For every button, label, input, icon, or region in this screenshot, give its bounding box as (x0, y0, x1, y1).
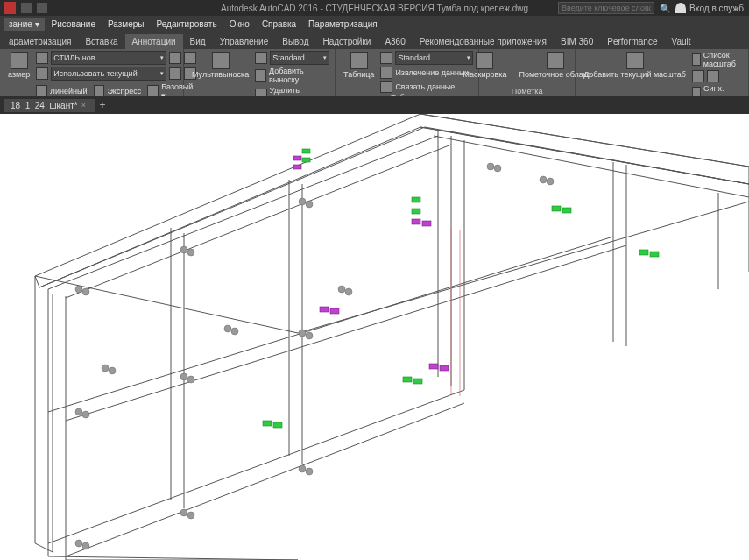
panel-markup: Маскировка Пометочное облако Пометка (479, 49, 576, 96)
linear-icon[interactable] (36, 85, 47, 96)
menu-item-3[interactable]: Редактировать (152, 18, 223, 31)
title-bar: Autodesk AutoCAD 2016 - СТУДЕНЧЕСКАЯ ВЕР… (0, 0, 749, 16)
leaderstyle-icon[interactable] (255, 52, 267, 64)
menu-item-1[interactable]: Рисование (46, 18, 101, 31)
search-icon[interactable]: 🔍 (660, 4, 670, 13)
tab-annotate[interactable]: Аннотации (125, 34, 183, 49)
dim-tool3-icon[interactable] (169, 67, 181, 80)
svg-rect-33 (562, 208, 571, 213)
menu-item-5[interactable]: Справка (257, 18, 301, 31)
tab-output[interactable]: Вывод (275, 34, 315, 49)
dim-tool1-icon[interactable] (169, 52, 181, 64)
express-icon[interactable] (94, 85, 105, 96)
use-current-combo[interactable]: Использовать текущий▾ (51, 67, 166, 81)
base-icon[interactable] (147, 85, 159, 96)
tab-bim360[interactable]: BIM 360 (554, 34, 600, 49)
dimension-button[interactable]: азмер (5, 51, 32, 80)
person-icon (675, 3, 686, 13)
leaderstyle-combo[interactable]: Standard▾ (270, 51, 329, 65)
svg-point-12 (299, 198, 306, 205)
svg-point-15 (306, 332, 313, 339)
dimstyle-icon[interactable] (36, 52, 48, 64)
svg-rect-38 (302, 149, 310, 153)
dimstyle-combo[interactable]: СТИЛЬ нов▾ (51, 51, 166, 65)
tab-perf[interactable]: Performance (600, 34, 664, 49)
link-data-button[interactable]: Связать данные (380, 81, 473, 93)
add-scale-icon (626, 52, 644, 69)
use-current-icon[interactable] (36, 67, 48, 80)
table-button[interactable]: Таблица (341, 51, 377, 80)
svg-rect-45 (440, 365, 449, 371)
sync-pos-button[interactable]: Синх. положени (692, 84, 743, 96)
svg-rect-39 (302, 158, 310, 162)
wipeout-icon (476, 52, 493, 69)
qat-open-icon[interactable] (37, 3, 47, 13)
add-scale-button[interactable]: Добавить текущий масштаб (581, 51, 689, 80)
svg-rect-30 (403, 377, 412, 382)
svg-rect-34 (639, 250, 648, 255)
svg-point-23 (345, 288, 352, 295)
multileader-button[interactable]: Мультивыноска (189, 51, 251, 80)
new-tab-button[interactable]: + (95, 98, 110, 112)
del-leader-button[interactable]: Удалить выноску (255, 86, 329, 96)
scale-list-button[interactable]: Список масштаб (692, 51, 743, 68)
signin-button[interactable]: Вход в служб (675, 3, 744, 13)
svg-point-1 (82, 288, 89, 295)
menu-item-4[interactable]: Окно (224, 18, 255, 31)
svg-rect-29 (273, 422, 282, 428)
svg-point-26 (540, 176, 547, 183)
svg-rect-31 (413, 379, 422, 384)
scale-list-icon (692, 53, 701, 66)
tab-manage[interactable]: Управление (213, 34, 276, 49)
svg-point-14 (299, 330, 306, 337)
tab-featured[interactable]: Рекомендованные приложения (413, 34, 554, 49)
express-label[interactable]: Экспресс (107, 87, 141, 96)
menu-item-2[interactable]: Размеры (102, 18, 150, 31)
sync-icon (692, 87, 701, 96)
svg-rect-32 (552, 206, 561, 211)
svg-rect-35 (650, 252, 659, 257)
document-tab-active[interactable]: 18_1_24_шкант* × (4, 99, 95, 112)
svg-rect-46 (412, 219, 420, 224)
tab-vault[interactable]: Vault (665, 34, 698, 49)
svg-point-8 (180, 373, 187, 380)
tab-addins[interactable]: Надстройки (316, 34, 378, 49)
svg-rect-37 (412, 209, 420, 214)
svg-rect-43 (330, 308, 339, 314)
svg-rect-41 (293, 165, 301, 169)
extract-data-button[interactable]: Извлечение данных (380, 67, 473, 79)
wipeout-button[interactable]: Маскировка (460, 51, 509, 80)
svg-point-3 (82, 411, 89, 418)
svg-rect-42 (320, 307, 329, 312)
panel-tables: Таблица Standard▾ Извлечение данных Связ… (336, 49, 479, 96)
ribbon: азмер СТИЛЬ нов▾ Использовать текущий▾ (0, 49, 749, 96)
svg-point-16 (299, 465, 306, 472)
svg-rect-47 (422, 221, 431, 226)
tab-a360[interactable]: A360 (378, 34, 412, 49)
search-input[interactable] (558, 2, 654, 14)
scale-aux2-icon[interactable] (707, 70, 719, 82)
tab-view[interactable]: Вид (183, 34, 213, 49)
svg-point-20 (224, 325, 231, 332)
menu-item-0[interactable]: зание ▾ (4, 18, 45, 31)
panel-tables-title: Таблицы (341, 93, 473, 96)
linear-label[interactable]: Линейный (50, 87, 87, 96)
svg-point-17 (306, 468, 313, 475)
document-tabs: 18_1_24_шкант* × + (0, 96, 749, 114)
menu-item-6[interactable]: Параметризация (303, 18, 383, 31)
tab-param[interactable]: араметризация (2, 34, 78, 49)
close-icon[interactable]: × (81, 101, 86, 110)
svg-point-5 (82, 542, 89, 549)
doc-tab-label: 18_1_24_шкант* (11, 101, 78, 110)
scale-aux1-icon[interactable] (692, 70, 704, 82)
del-leader-icon (255, 89, 267, 96)
svg-point-27 (547, 178, 554, 185)
drawing-canvas[interactable] (0, 114, 749, 560)
svg-rect-36 (412, 197, 420, 202)
tab-insert[interactable]: Вставка (78, 34, 124, 49)
svg-point-13 (306, 201, 313, 208)
add-leader-button[interactable]: Добавить выноску (255, 67, 329, 84)
app-icon[interactable] (4, 2, 16, 14)
qat-new-icon[interactable] (21, 3, 32, 13)
tablestyle-icon[interactable] (380, 52, 392, 64)
